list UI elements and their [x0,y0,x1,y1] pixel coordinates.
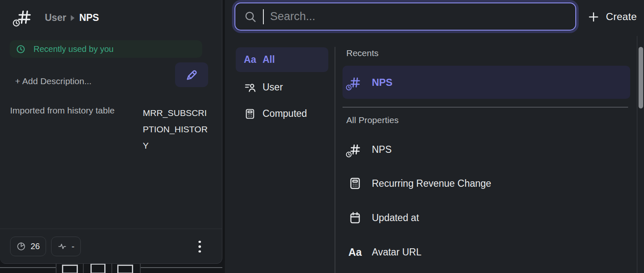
property-item-avatar-url[interactable]: Aa Avatar URL [343,241,630,263]
search-icon [244,10,257,23]
breadcrumb: User NPS [45,12,99,23]
table-line [56,263,57,273]
table-line [141,267,222,268]
create-button[interactable]: Create [587,9,637,25]
pie-chart-icon [16,242,26,251]
sample-count-value: 26 [31,242,40,251]
tab-user[interactable]: User [236,78,328,97]
table-cell-icon [117,265,133,273]
text-type-icon: Aa [244,54,256,65]
clock-overlay-icon [12,19,21,27]
search-bar[interactable] [234,3,576,31]
table-line [83,263,84,273]
breadcrumb-parent[interactable]: User [45,12,66,23]
text-caret [263,9,264,24]
sample-count-badge[interactable]: 26 [10,237,46,256]
numeric-property-icon [16,8,33,26]
table-cell-icon [90,263,106,273]
recents-section-header: Recents [346,48,379,58]
recently-used-badge: Recently used by you [10,40,202,58]
numeric-property-icon [349,143,361,156]
trend-value: - [72,242,75,251]
results-divider [343,107,628,108]
all-properties-section-header: All Properties [346,115,399,125]
edit-description-button[interactable] [175,62,208,87]
search-input[interactable] [270,10,567,23]
tab-user-label: User [263,82,283,93]
scrollbar-track [637,36,637,273]
pencil-icon [185,68,198,82]
tab-all-label: All [263,54,275,65]
plus-icon [587,11,600,23]
clock-overlay-icon [345,84,352,91]
meta-label: Imported from history table [10,106,115,116]
calculator-icon [348,177,362,190]
property-item-label: Updated at [372,212,419,224]
recent-item-nps[interactable]: NPS [343,66,630,99]
user-list-icon [244,82,256,93]
table-line [140,263,141,273]
table-line [0,267,56,268]
table-line [111,263,112,273]
property-item-label: Avatar URL [372,247,421,258]
calendar-icon [348,211,362,224]
create-button-label: Create [606,11,637,23]
breadcrumb-chevron-icon [71,15,75,21]
property-item-nps[interactable]: NPS [343,139,630,160]
numeric-property-icon [349,76,361,89]
add-description-button[interactable]: + Add Description... [15,76,92,86]
breadcrumb-current: NPS [79,12,99,23]
tab-computed-label: Computed [263,108,307,119]
tab-all[interactable]: Aa All [236,47,328,72]
property-item-label: NPS [372,144,392,155]
tabs-results-divider [335,47,335,273]
pulse-icon [57,242,67,251]
property-detail-card: User NPS Recently used by you + Add Desc… [0,0,222,264]
scrollbar-thumb[interactable] [639,47,643,108]
property-item-recurring-revenue-change[interactable]: Recurring Revenue Change [343,173,630,194]
footer-divider [0,229,222,229]
clock-overlay-icon [345,151,352,158]
table-cell-icon [62,265,78,273]
clock-icon [16,44,26,54]
more-options-button[interactable] [195,237,205,256]
property-item-label: Recurring Revenue Change [372,178,491,189]
meta-value: MRR_SUBSCRIPTION_HISTORY [143,105,211,154]
recently-used-label: Recently used by you [33,44,113,54]
property-item-updated-at[interactable]: Updated at [343,207,630,229]
property-search-modal: Create Aa All User Computed Recents [225,0,644,273]
calculator-icon [244,108,256,120]
tab-computed[interactable]: Computed [236,104,328,123]
trend-badge[interactable]: - [51,237,81,256]
recent-item-label: NPS [372,77,392,88]
text-type-icon: Aa [348,246,362,258]
